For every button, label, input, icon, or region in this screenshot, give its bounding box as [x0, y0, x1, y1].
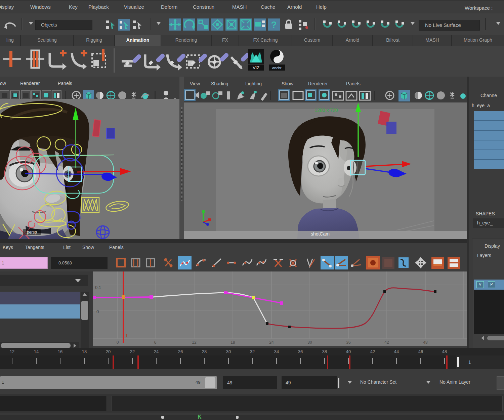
svg-text:40: 40 [346, 349, 351, 354]
svg-text:14: 14 [34, 349, 39, 354]
svg-text:persp: persp [27, 230, 37, 235]
svg-text:shotCam: shotCam [311, 231, 330, 237]
svg-text:46: 46 [418, 349, 423, 354]
svg-text:26: 26 [178, 349, 183, 354]
svg-text:1: 1 [468, 360, 471, 365]
svg-text:44: 44 [394, 349, 399, 354]
svg-text:VIZ: VIZ [253, 65, 259, 70]
svg-text:16: 16 [58, 349, 62, 354]
svg-text:1: 1 [125, 333, 128, 338]
svg-text:12: 12 [192, 340, 197, 345]
svg-text:32: 32 [250, 349, 255, 354]
svg-text:36: 36 [298, 349, 303, 354]
svg-text:anchr: anchr [272, 66, 282, 70]
svg-text:22: 22 [130, 349, 135, 354]
svg-text:20: 20 [106, 349, 111, 354]
svg-text:6: 6 [154, 340, 157, 345]
svg-text:30: 30 [226, 349, 231, 354]
svg-text:48: 48 [423, 340, 428, 345]
svg-text:?: ? [271, 19, 277, 30]
svg-text:0.1: 0.1 [95, 285, 101, 290]
svg-text:12: 12 [10, 349, 14, 354]
svg-text:48: 48 [442, 349, 447, 354]
svg-text:18: 18 [230, 340, 235, 345]
svg-text:30: 30 [307, 340, 312, 345]
svg-text:42: 42 [384, 340, 389, 345]
svg-text:0: 0 [117, 340, 119, 345]
svg-text:24: 24 [154, 349, 159, 354]
svg-text:28: 28 [202, 349, 207, 354]
svg-text:36: 36 [346, 340, 351, 345]
svg-text:24: 24 [269, 340, 274, 345]
svg-text:1280 x 720: 1280 x 720 [314, 108, 338, 113]
svg-text:42: 42 [370, 349, 375, 354]
svg-text:38: 38 [322, 349, 327, 354]
svg-text:34: 34 [274, 349, 279, 354]
svg-text:0: 0 [96, 309, 99, 314]
svg-text:18: 18 [82, 349, 87, 354]
